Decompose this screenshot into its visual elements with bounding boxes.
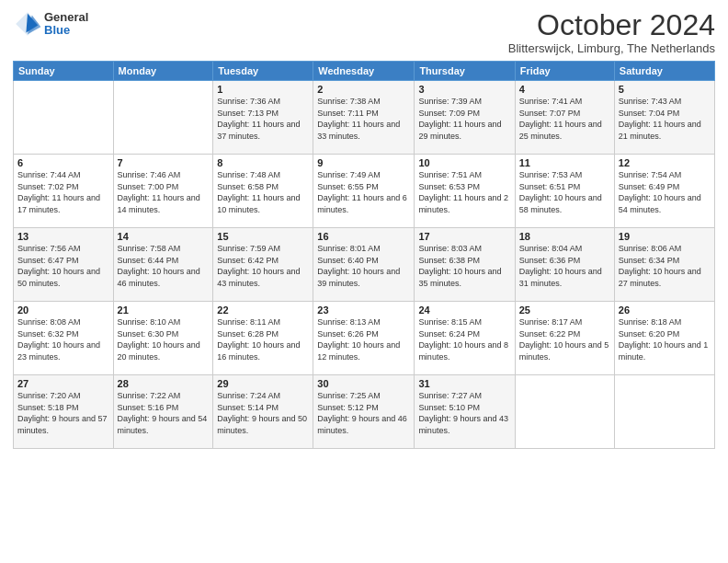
day-cell-0-3: 2 Sunrise: 7:38 AMSunset: 7:11 PMDayligh… [313, 81, 415, 155]
day-info: Sunrise: 7:25 AMSunset: 5:12 PMDaylight:… [317, 390, 410, 436]
day-number: 28 [118, 378, 210, 389]
day-cell-1-1: 7 Sunrise: 7:46 AMSunset: 7:00 PMDayligh… [113, 155, 213, 228]
day-cell-1-0: 6 Sunrise: 7:44 AMSunset: 7:02 PMDayligh… [14, 155, 114, 228]
day-cell-0-2: 1 Sunrise: 7:36 AMSunset: 7:13 PMDayligh… [213, 81, 313, 155]
day-cell-1-4: 10 Sunrise: 7:51 AMSunset: 6:53 PMDaylig… [415, 155, 515, 228]
day-number: 2 [317, 84, 410, 95]
day-cell-1-3: 9 Sunrise: 7:49 AMSunset: 6:55 PMDayligh… [313, 155, 415, 228]
day-number: 24 [418, 304, 510, 316]
day-number: 4 [519, 84, 610, 95]
week-row-2: 13 Sunrise: 7:56 AMSunset: 6:47 PMDaylig… [14, 228, 715, 302]
day-cell-2-6: 19 Sunrise: 8:06 AMSunset: 6:34 PMDaylig… [614, 228, 714, 302]
day-cell-0-5: 4 Sunrise: 7:41 AMSunset: 7:07 PMDayligh… [515, 81, 614, 155]
day-cell-4-0: 27 Sunrise: 7:20 AMSunset: 5:18 PMDaylig… [14, 375, 114, 449]
week-row-1: 6 Sunrise: 7:44 AMSunset: 7:02 PMDayligh… [14, 155, 715, 228]
day-cell-1-5: 11 Sunrise: 7:53 AMSunset: 6:51 PMDaylig… [515, 155, 614, 228]
day-number: 12 [619, 157, 711, 168]
day-info: Sunrise: 7:24 AMSunset: 5:14 PMDaylight:… [217, 390, 309, 436]
day-cell-4-5 [515, 375, 614, 449]
day-cell-4-6 [614, 375, 714, 449]
day-number: 29 [217, 378, 309, 389]
day-cell-2-3: 16 Sunrise: 8:01 AMSunset: 6:40 PMDaylig… [313, 228, 415, 302]
day-cell-1-6: 12 Sunrise: 7:54 AMSunset: 6:49 PMDaylig… [614, 155, 714, 228]
day-info: Sunrise: 8:03 AMSunset: 6:38 PMDaylight:… [418, 243, 510, 289]
day-cell-3-6: 26 Sunrise: 8:18 AMSunset: 6:20 PMDaylig… [614, 302, 714, 375]
weekday-header-row: Sunday Monday Tuesday Wednesday Thursday… [14, 62, 715, 81]
day-info: Sunrise: 8:13 AMSunset: 6:26 PMDaylight:… [317, 316, 410, 362]
header-friday: Friday [515, 62, 614, 81]
day-number: 9 [317, 157, 410, 168]
day-info: Sunrise: 7:27 AMSunset: 5:10 PMDaylight:… [418, 390, 510, 436]
day-cell-0-1 [113, 81, 213, 155]
day-info: Sunrise: 7:38 AMSunset: 7:11 PMDaylight:… [317, 96, 410, 142]
header-sunday: Sunday [14, 62, 114, 81]
day-info: Sunrise: 8:10 AMSunset: 6:30 PMDaylight:… [118, 316, 210, 362]
day-cell-0-6: 5 Sunrise: 7:43 AMSunset: 7:04 PMDayligh… [614, 81, 714, 155]
day-number: 22 [217, 304, 309, 316]
logo: General Blue [13, 9, 88, 39]
day-number: 16 [317, 231, 410, 242]
day-info: Sunrise: 8:04 AMSunset: 6:36 PMDaylight:… [519, 243, 610, 289]
day-info: Sunrise: 7:39 AMSunset: 7:09 PMDaylight:… [418, 96, 510, 142]
day-info: Sunrise: 7:53 AMSunset: 6:51 PMDaylight:… [519, 169, 610, 215]
day-cell-4-3: 30 Sunrise: 7:25 AMSunset: 5:12 PMDaylig… [313, 375, 415, 449]
day-info: Sunrise: 8:01 AMSunset: 6:40 PMDaylight:… [317, 243, 410, 289]
day-cell-0-0 [14, 81, 114, 155]
day-number: 10 [418, 157, 510, 168]
day-number: 5 [619, 84, 711, 95]
day-number: 31 [418, 378, 510, 389]
day-info: Sunrise: 7:54 AMSunset: 6:49 PMDaylight:… [619, 169, 711, 215]
day-cell-2-2: 15 Sunrise: 7:59 AMSunset: 6:42 PMDaylig… [213, 228, 313, 302]
day-cell-3-2: 22 Sunrise: 8:11 AMSunset: 6:28 PMDaylig… [213, 302, 313, 375]
month-title: October 2024 [508, 9, 715, 41]
header-wednesday: Wednesday [313, 62, 415, 81]
day-number: 19 [619, 231, 711, 242]
day-cell-3-5: 25 Sunrise: 8:17 AMSunset: 6:22 PMDaylig… [515, 302, 614, 375]
calendar: Sunday Monday Tuesday Wednesday Thursday… [13, 61, 715, 449]
logo-text: General Blue [44, 11, 88, 38]
week-row-3: 20 Sunrise: 8:08 AMSunset: 6:32 PMDaylig… [14, 302, 715, 375]
day-info: Sunrise: 8:06 AMSunset: 6:34 PMDaylight:… [619, 243, 711, 289]
day-info: Sunrise: 8:11 AMSunset: 6:28 PMDaylight:… [217, 316, 309, 362]
week-row-0: 1 Sunrise: 7:36 AMSunset: 7:13 PMDayligh… [14, 81, 715, 155]
day-number: 21 [118, 304, 210, 316]
header-tuesday: Tuesday [213, 62, 313, 81]
day-info: Sunrise: 7:59 AMSunset: 6:42 PMDaylight:… [217, 243, 309, 289]
day-info: Sunrise: 7:49 AMSunset: 6:55 PMDaylight:… [317, 169, 410, 215]
day-cell-2-1: 14 Sunrise: 7:58 AMSunset: 6:44 PMDaylig… [113, 228, 213, 302]
logo-general: General [44, 11, 88, 24]
day-info: Sunrise: 7:20 AMSunset: 5:18 PMDaylight:… [17, 390, 109, 436]
day-cell-2-4: 17 Sunrise: 8:03 AMSunset: 6:38 PMDaylig… [415, 228, 515, 302]
day-cell-1-2: 8 Sunrise: 7:48 AMSunset: 6:58 PMDayligh… [213, 155, 313, 228]
day-cell-4-1: 28 Sunrise: 7:22 AMSunset: 5:16 PMDaylig… [113, 375, 213, 449]
day-info: Sunrise: 8:17 AMSunset: 6:22 PMDaylight:… [519, 316, 610, 362]
day-number: 30 [317, 378, 410, 389]
day-cell-4-2: 29 Sunrise: 7:24 AMSunset: 5:14 PMDaylig… [213, 375, 313, 449]
day-info: Sunrise: 8:15 AMSunset: 6:24 PMDaylight:… [418, 316, 510, 362]
day-number: 25 [519, 304, 610, 316]
logo-blue: Blue [44, 24, 88, 37]
day-number: 18 [519, 231, 610, 242]
day-info: Sunrise: 7:44 AMSunset: 7:02 PMDaylight:… [17, 169, 109, 215]
day-number: 15 [217, 231, 309, 242]
page: General Blue October 2024 Blitterswijck,… [0, 0, 728, 563]
day-info: Sunrise: 7:58 AMSunset: 6:44 PMDaylight:… [118, 243, 210, 289]
day-cell-3-4: 24 Sunrise: 8:15 AMSunset: 6:24 PMDaylig… [415, 302, 515, 375]
day-info: Sunrise: 7:36 AMSunset: 7:13 PMDaylight:… [217, 96, 309, 142]
day-info: Sunrise: 7:51 AMSunset: 6:53 PMDaylight:… [418, 169, 510, 215]
day-number: 13 [17, 231, 109, 242]
day-number: 1 [217, 84, 309, 95]
day-number: 23 [317, 304, 410, 316]
day-info: Sunrise: 7:43 AMSunset: 7:04 PMDaylight:… [619, 96, 711, 142]
day-cell-0-4: 3 Sunrise: 7:39 AMSunset: 7:09 PMDayligh… [415, 81, 515, 155]
day-number: 7 [118, 157, 210, 168]
header: General Blue October 2024 Blitterswijck,… [13, 9, 715, 55]
header-thursday: Thursday [415, 62, 515, 81]
day-cell-3-3: 23 Sunrise: 8:13 AMSunset: 6:26 PMDaylig… [313, 302, 415, 375]
day-number: 20 [17, 304, 109, 316]
header-saturday: Saturday [614, 62, 714, 81]
logo-icon [13, 9, 42, 39]
day-number: 27 [17, 378, 109, 389]
day-number: 3 [418, 84, 510, 95]
day-cell-2-5: 18 Sunrise: 8:04 AMSunset: 6:36 PMDaylig… [515, 228, 614, 302]
